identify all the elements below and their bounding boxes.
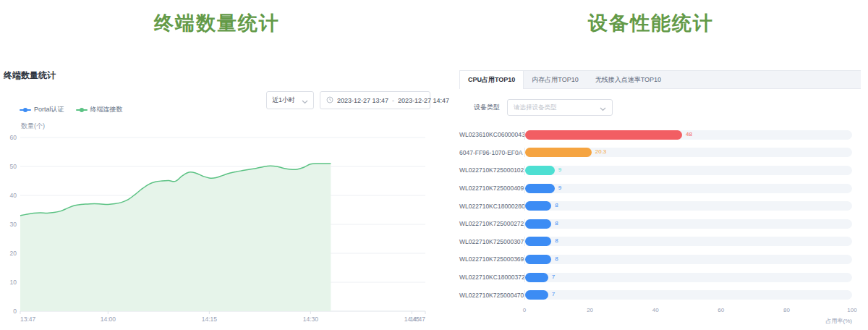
bar-category-label: WL022710K725000470 bbox=[459, 292, 524, 299]
svg-text:40: 40 bbox=[10, 192, 17, 199]
svg-text:60: 60 bbox=[10, 134, 17, 141]
bar-row: WL022710K7250004707 bbox=[459, 286, 861, 304]
svg-text:30: 30 bbox=[10, 221, 17, 228]
bar-row: WL023610KC0600004348 bbox=[459, 126, 861, 144]
x-axis-tick: 40 bbox=[652, 307, 659, 313]
device-type-select[interactable]: 请选择设备类型 bbox=[507, 99, 613, 116]
bar-track: 7 bbox=[524, 273, 852, 282]
legend-marker-icon bbox=[20, 107, 31, 113]
bar bbox=[525, 166, 555, 175]
bar-track: 8 bbox=[524, 219, 852, 229]
bar-track: 20.3 bbox=[524, 148, 852, 157]
device-type-placeholder: 请选择设备类型 bbox=[514, 103, 557, 112]
device-performance-card: CPU占用TOP10内存占用TOP10无线接入点速率TOP10 设备类型 请选择… bbox=[459, 70, 861, 325]
terminal-count-line-chart: 010203040506013:4714:0014:1514:3014:4514… bbox=[0, 130, 434, 327]
x-axis-tick: 80 bbox=[783, 307, 790, 313]
legend-label: Portal认证 bbox=[34, 105, 64, 114]
bar bbox=[525, 201, 551, 211]
section-title-device-performance: 设备性能统计 bbox=[434, 10, 868, 36]
bar-category-label: WL022710KC18000280 bbox=[459, 203, 524, 210]
bar bbox=[525, 273, 548, 282]
bar-value-label: 7 bbox=[552, 291, 555, 297]
bar-track: 8 bbox=[524, 201, 852, 211]
tab-0-active[interactable]: CPU占用TOP10 bbox=[459, 71, 524, 89]
bar-row: WL022710K7250002728 bbox=[459, 215, 861, 233]
bar bbox=[525, 219, 551, 229]
svg-text:14:00: 14:00 bbox=[101, 316, 116, 323]
tab-1[interactable]: 内存占用TOP10 bbox=[524, 71, 587, 88]
section-title-terminal-count: 终端数量统计 bbox=[0, 10, 434, 36]
device-performance-section: 设备性能统计 CPU占用TOP10内存占用TOP10无线接入点速率TOP10 设… bbox=[434, 0, 868, 330]
device-type-filter-row: 设备类型 请选择设备类型 bbox=[459, 99, 861, 116]
bar-category-label: WL022710K725000272 bbox=[459, 220, 524, 227]
bar-track: 8 bbox=[524, 255, 852, 264]
bar-category-label: WL022710K725000102 bbox=[459, 166, 524, 174]
bar-value-label: 9 bbox=[558, 166, 561, 173]
bar-value-label: 8 bbox=[555, 220, 558, 227]
bar-value-label: 8 bbox=[555, 237, 558, 244]
chevron-down-icon bbox=[302, 94, 308, 107]
bar-track: 7 bbox=[524, 290, 852, 300]
bar-category-label: WL023610KC06000043 bbox=[459, 131, 524, 138]
bar-chart-x-axis: 020406080100 bbox=[524, 307, 852, 316]
bar-track: 8 bbox=[524, 237, 852, 246]
x-axis-tick: 20 bbox=[587, 307, 593, 313]
card-title-terminal-count: 终端数量统计 bbox=[4, 69, 56, 82]
bar-category-label: 6047-FF96-1070-EF0A bbox=[459, 149, 524, 156]
terminal-count-section: 终端数量统计 终端数量统计 近1小时 2023-12-27 13:47 - 20… bbox=[0, 0, 434, 330]
svg-text:20: 20 bbox=[10, 250, 17, 257]
x-axis-tick: 0 bbox=[523, 307, 526, 313]
tab-2[interactable]: 无线接入点速率TOP10 bbox=[587, 71, 670, 88]
x-axis-title: 占用率(%) bbox=[459, 317, 852, 325]
clock-icon bbox=[326, 96, 333, 105]
legend-marker-icon bbox=[76, 107, 88, 113]
bar bbox=[525, 148, 592, 157]
top10-tabbar: CPU占用TOP10内存占用TOP10无线接入点速率TOP10 bbox=[459, 70, 861, 89]
bar-row: WL022710K7250003078 bbox=[459, 233, 861, 251]
dashboard-page: 终端数量统计 终端数量统计 近1小时 2023-12-27 13:47 - 20… bbox=[0, 0, 868, 330]
chevron-down-icon bbox=[600, 101, 606, 114]
device-type-label: 设备类型 bbox=[474, 103, 500, 112]
date-range-start: 2023-12-27 13:47 bbox=[337, 97, 388, 104]
bar-value-label: 8 bbox=[555, 255, 558, 262]
bar bbox=[525, 184, 555, 193]
bar-category-label: WL022710K725000409 bbox=[459, 185, 524, 192]
svg-text:50: 50 bbox=[10, 163, 17, 170]
bar-row: WL022710K7250001029 bbox=[459, 161, 861, 179]
bar bbox=[525, 255, 551, 264]
bar-category-label: WL022710KC18000372 bbox=[459, 274, 524, 281]
chart-controls: 近1小时 2023-12-27 13:47 - 2023-12-27 14:47 bbox=[266, 91, 430, 109]
date-range-picker[interactable]: 2023-12-27 13:47 - 2023-12-27 14:47 bbox=[320, 91, 430, 109]
bar-value-label: 9 bbox=[558, 185, 561, 191]
date-range-separator: - bbox=[392, 97, 394, 104]
bar-row: WL022710KC180002808 bbox=[459, 197, 861, 215]
time-range-select[interactable]: 近1小时 bbox=[266, 91, 314, 109]
bar-value-label: 20.3 bbox=[595, 148, 607, 155]
bar-track: 9 bbox=[524, 184, 852, 193]
svg-text:10: 10 bbox=[10, 279, 17, 286]
bar-row: 6047-FF96-1070-EF0A20.3 bbox=[459, 144, 861, 162]
x-axis-tick: 100 bbox=[847, 307, 856, 313]
bar-value-label: 48 bbox=[686, 131, 692, 138]
bar-row: WL022710K7250003698 bbox=[459, 250, 861, 268]
bar-value-label: 7 bbox=[552, 274, 555, 280]
svg-text:0: 0 bbox=[13, 308, 17, 315]
bar-category-label: WL022710K725000307 bbox=[459, 238, 524, 245]
bar-row: WL022710K7250004099 bbox=[459, 179, 861, 198]
svg-text:14:47: 14:47 bbox=[410, 316, 426, 323]
time-range-select-value: 近1小时 bbox=[272, 96, 295, 105]
chart-legend: Portal认证终端连接数 bbox=[20, 105, 123, 114]
bar-value-label: 8 bbox=[555, 202, 558, 208]
x-axis-tick: 60 bbox=[718, 307, 724, 313]
legend-item-0[interactable]: Portal认证 bbox=[20, 105, 64, 114]
bar-track: 48 bbox=[524, 130, 852, 140]
svg-text:13:47: 13:47 bbox=[20, 316, 36, 323]
bar-row: WL022710KC180003727 bbox=[459, 268, 861, 287]
legend-item-1[interactable]: 终端连接数 bbox=[76, 105, 123, 114]
bar-category-label: WL022710K725000369 bbox=[459, 255, 524, 263]
bar bbox=[525, 130, 682, 140]
bar bbox=[525, 290, 548, 300]
svg-text:14:15: 14:15 bbox=[202, 316, 218, 323]
bar bbox=[525, 237, 551, 246]
cpu-top10-bar-chart: WL023610KC06000043486047-FF96-1070-EF0A2… bbox=[459, 126, 861, 304]
